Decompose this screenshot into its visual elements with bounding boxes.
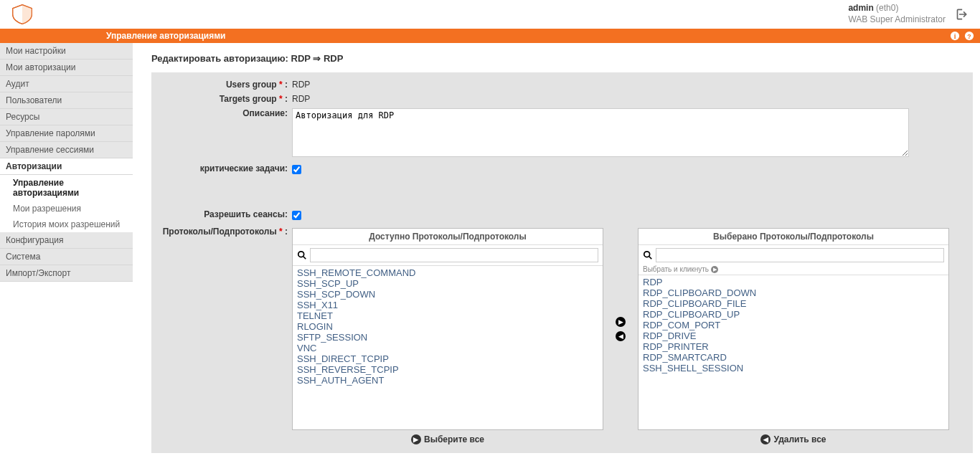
nav-resources[interactable]: Ресурсы: [0, 109, 133, 125]
user-name: admin: [848, 3, 873, 13]
available-title: Доступно Протоколы/Подпротоколы: [293, 229, 603, 245]
nav-sub-authorizations: Управление авторизациями Мои разрешения …: [0, 175, 133, 232]
list-item[interactable]: TELNET: [294, 310, 601, 321]
section-icons: i ?: [950, 31, 974, 41]
available-box: Доступно Протоколы/Подпротоколы SSH_REMO…: [292, 228, 603, 430]
sidebar: Мои настройки Мои авторизации Аудит Поль…: [0, 43, 133, 460]
nav-my-settings[interactable]: Мои настройки: [0, 43, 133, 60]
main-content: Редактировать авторизацию: RDP ⇒ RDP Use…: [133, 43, 980, 460]
nav-system[interactable]: Система: [0, 249, 133, 265]
move-left-button[interactable]: ◀: [616, 331, 626, 341]
selected-search-input[interactable]: [656, 248, 944, 262]
page-title: Редактировать авторизацию: RDP ⇒ RDP: [151, 53, 973, 64]
search-icon: [643, 250, 653, 260]
list-item[interactable]: VNC: [294, 343, 601, 353]
form-block: Users group * : RDP Targets group * : RD…: [151, 72, 973, 453]
hint-arrow-icon: ▶: [711, 266, 718, 273]
transfer-arrows: ▶ ◀: [613, 228, 628, 430]
targets-group-value: RDP: [292, 92, 966, 104]
list-item[interactable]: RDP_DRIVE: [640, 330, 947, 341]
user-role: WAB Super Administrator: [848, 14, 946, 26]
allow-sessions-label: Разрешить сеансы:: [159, 208, 292, 219]
list-item[interactable]: RDP_CLIPBOARD_FILE: [640, 298, 947, 309]
list-item[interactable]: SSH_REVERSE_TCPIP: [294, 364, 601, 375]
nav-my-authorizations[interactable]: Мои авторизации: [0, 60, 133, 76]
svg-point-6: [644, 252, 650, 257]
users-group-label: Users group * :: [159, 78, 292, 90]
list-item[interactable]: RDP: [640, 277, 947, 287]
targets-group-label: Targets group * :: [159, 92, 292, 104]
nav-sub-my-permissions[interactable]: Мои разрешения: [0, 201, 133, 216]
section-title: Управление авторизациями: [106, 31, 225, 41]
list-item[interactable]: SSH_X11: [294, 300, 601, 310]
logout-icon[interactable]: [956, 7, 970, 22]
select-all-button[interactable]: ▶Выберите все: [292, 434, 603, 444]
list-item[interactable]: SSH_DIRECT_TCPIP: [294, 353, 601, 364]
selected-hint: Выбрать и кликнуть▶: [639, 265, 948, 275]
nav-session-mgmt[interactable]: Управление сессиями: [0, 142, 133, 158]
list-item[interactable]: SSH_REMOTE_COMMAND: [294, 267, 601, 278]
user-interface: (eth0): [876, 3, 898, 13]
search-icon: [297, 250, 307, 260]
critical-label: критические задачи:: [159, 162, 292, 173]
available-search-input[interactable]: [310, 248, 598, 262]
remove-all-button[interactable]: ◀Удалить все: [638, 434, 949, 444]
list-item[interactable]: SSH_AUTH_AGENT: [294, 375, 601, 386]
list-item[interactable]: RDP_CLIPBOARD_DOWN: [640, 287, 947, 298]
nav-password-mgmt[interactable]: Управление паролями: [0, 125, 133, 142]
list-item[interactable]: SFTP_SESSION: [294, 332, 601, 343]
move-right-button[interactable]: ▶: [616, 317, 626, 327]
list-item[interactable]: SSH_SCP_DOWN: [294, 289, 601, 300]
allow-sessions-checkbox[interactable]: [292, 211, 301, 220]
list-item[interactable]: RDP_CLIPBOARD_UP: [640, 309, 947, 320]
info-icon[interactable]: i: [950, 31, 960, 41]
available-list[interactable]: SSH_REMOTE_COMMANDSSH_SCP_UPSSH_SCP_DOWN…: [293, 265, 603, 429]
users-group-value: RDP: [292, 78, 966, 90]
help-icon[interactable]: ?: [964, 31, 974, 41]
transfer-bottom-actions: ▶Выберите все ◀Удалить все: [292, 434, 966, 444]
list-item[interactable]: SSH_SCP_UP: [294, 278, 601, 289]
critical-checkbox[interactable]: [292, 165, 301, 174]
nav-authorizations[interactable]: Авторизации: [0, 158, 133, 175]
selected-list[interactable]: RDPRDP_CLIPBOARD_DOWNRDP_CLIPBOARD_FILER…: [639, 275, 948, 429]
list-item[interactable]: SSH_SHELL_SESSION: [640, 363, 947, 373]
list-item[interactable]: RDP_PRINTER: [640, 341, 947, 352]
section-bar: Управление авторизациями i ?: [0, 29, 980, 43]
remove-all-icon: ◀: [760, 434, 771, 444]
svg-text:?: ?: [967, 33, 971, 40]
description-label: Описание:: [159, 107, 292, 118]
protocols-label: Протоколы/Подпротоколы * :: [159, 225, 292, 237]
svg-line-7: [649, 257, 652, 260]
nav-sub-manage-auth[interactable]: Управление авторизациями: [0, 175, 133, 201]
list-item[interactable]: RDP_SMARTCARD: [640, 352, 947, 363]
list-item[interactable]: RLOGIN: [294, 321, 601, 332]
list-item[interactable]: RDP_COM_PORT: [640, 320, 947, 330]
top-header: admin (eth0) WAB Super Administrator: [0, 0, 980, 29]
app-logo: [10, 4, 34, 25]
nav-audit[interactable]: Аудит: [0, 76, 133, 92]
nav-sub-permission-history[interactable]: История моих разрешений: [0, 216, 133, 232]
selected-title: Выберано Протоколы/Подпротоколы: [639, 229, 948, 245]
transfer-widget: Доступно Протоколы/Подпротоколы SSH_REMO…: [292, 228, 966, 430]
user-info: admin (eth0) WAB Super Administrator: [848, 3, 946, 25]
select-all-icon: ▶: [411, 434, 421, 444]
svg-line-5: [303, 257, 306, 260]
svg-point-4: [298, 252, 304, 257]
nav-users[interactable]: Пользователи: [0, 92, 133, 109]
selected-box: Выберано Протоколы/Подпротоколы Выбрать …: [638, 228, 949, 430]
nav-import-export[interactable]: Импорт/Экспорт: [0, 265, 133, 282]
description-input[interactable]: Авторизация для RDP: [292, 108, 909, 157]
nav-configuration[interactable]: Конфигурация: [0, 232, 133, 249]
svg-text:i: i: [954, 32, 956, 40]
